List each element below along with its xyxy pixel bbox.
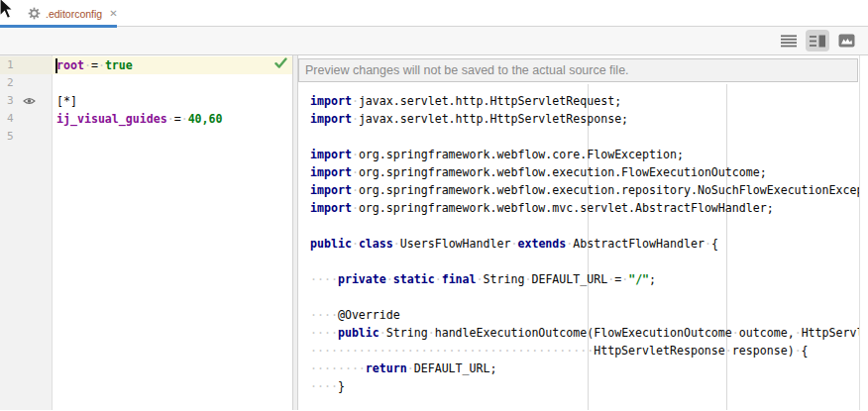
- editor-line-text[interactable]: root·=·true: [53, 56, 292, 74]
- code-segment: ·: [386, 272, 393, 286]
- editor-line-text[interactable]: [53, 74, 292, 92]
- preview-code-line: import·org.springframework.webflow.execu…: [310, 163, 859, 181]
- code-segment: class: [359, 237, 393, 251]
- preview-pane[interactable]: Preview changes will not be saved to the…: [298, 55, 859, 410]
- code-segment: "/": [628, 272, 649, 286]
- inspections-ok-icon[interactable]: [274, 57, 287, 69]
- preview-code-line: import·org.springframework.webflow.execu…: [310, 181, 859, 199]
- code-segment: public: [310, 237, 352, 251]
- ide-window: .editorconfig ✕: [0, 0, 868, 411]
- text-caret: [55, 58, 57, 73]
- list-lines-icon: [781, 35, 797, 48]
- preview-code-line: import·javax.servlet.http.HttpServletReq…: [310, 92, 859, 110]
- code-segment: }: [338, 379, 345, 393]
- code-segment: ·: [352, 183, 359, 197]
- code-segment: ····: [310, 272, 338, 286]
- code-segment: String: [386, 326, 428, 340]
- tab-close-icon[interactable]: ✕: [109, 9, 117, 19]
- preview-code-line: [310, 253, 859, 270]
- code-segment: @Override: [338, 308, 400, 322]
- code-segment: org.springframework.webflow.execution.re…: [359, 183, 859, 197]
- editor-line[interactable]: 2: [0, 74, 292, 92]
- code-segment: ·: [181, 112, 188, 126]
- code-segment: static: [393, 272, 435, 286]
- editor-line-text[interactable]: ij_visual_guides·=·40,60: [53, 110, 292, 128]
- editor-line[interactable]: 4ij_visual_guides·=·40,60: [0, 110, 292, 128]
- preview-only-button[interactable]: [834, 30, 858, 51]
- code-segment: ·: [352, 112, 359, 126]
- preview-eye-icon[interactable]: [23, 96, 36, 106]
- code-segment: org.springframework.webflow.core.FlowExc…: [359, 148, 684, 161]
- code-segment: ·: [407, 361, 414, 375]
- code-segment: true: [105, 58, 133, 72]
- settings-gear-icon: [28, 7, 41, 20]
- code-segment: =: [174, 112, 181, 126]
- left-editor-rows: 1root·=·true23[*]4ij_visual_guides·=·40,…: [0, 55, 292, 146]
- code-segment: ·: [352, 94, 359, 108]
- code-segment: ·: [84, 58, 91, 72]
- editor-line[interactable]: 1root·=·true: [0, 56, 292, 74]
- code-segment: HttpServletResponse: [594, 344, 725, 358]
- editor-split-area: 1root·=·true23[*]4ij_visual_guides·=·40,…: [0, 55, 868, 410]
- editor-and-preview-button[interactable]: [806, 30, 829, 51]
- code-segment: String: [484, 272, 525, 286]
- scrollbar-track: [859, 55, 868, 410]
- preview-code-line: ········return·DEFAULT_URL;: [310, 360, 859, 377]
- preview-code-line: [310, 217, 859, 235]
- code-segment: DEFAULT_URL;: [414, 361, 497, 375]
- line-number: 5: [0, 128, 53, 146]
- code-segment: import: [310, 201, 352, 215]
- line-number-text: 4: [7, 110, 14, 128]
- code-segment: javax.servlet.http.HttpServletResponse;: [359, 112, 628, 126]
- code-segment: ·: [98, 58, 105, 72]
- code-segment: ·: [352, 148, 359, 161]
- code-segment: import: [310, 94, 352, 108]
- preview-code-line: import·javax.servlet.http.HttpServletRes…: [310, 110, 859, 128]
- code-segment: DEFAULT_URL: [531, 272, 607, 286]
- code-segment: ij_visual_guides: [56, 112, 167, 126]
- code-segment: ·: [732, 326, 739, 340]
- editor-line[interactable]: 5: [0, 128, 292, 146]
- code-segment: {: [711, 237, 718, 251]
- editorconfig-editor[interactable]: 1root·=·true23[*]4ij_visual_guides·=·40,…: [0, 55, 292, 410]
- code-segment: return: [366, 361, 407, 375]
- code-segment: extends: [517, 237, 566, 251]
- editor-only-button[interactable]: [777, 30, 801, 51]
- code-segment: ····: [310, 379, 338, 393]
- active-tab-underline: [0, 25, 117, 28]
- code-segment: import: [310, 112, 352, 126]
- line-number-text: 2: [7, 74, 14, 92]
- code-segment: HttpServletRequest: [802, 326, 859, 340]
- image-preview-icon: [838, 34, 855, 48]
- code-segment: root: [56, 58, 84, 72]
- line-number: 3: [0, 92, 53, 110]
- preview-banner: Preview changes will not be saved to the…: [298, 58, 858, 82]
- code-segment: ·: [352, 237, 359, 251]
- code-segment: {: [802, 344, 809, 358]
- editor-line-text[interactable]: [53, 128, 292, 146]
- line-number-text: 5: [7, 128, 14, 146]
- code-segment: [*]: [56, 94, 77, 108]
- code-segment: ·: [352, 201, 359, 215]
- editor-tab-bar: .editorconfig ✕: [0, 0, 868, 27]
- editor-line-text[interactable]: [*]: [53, 92, 292, 110]
- editor-line[interactable]: 3[*]: [0, 92, 292, 110]
- code-segment: ·: [435, 272, 442, 286]
- preview-code-line: ····@Override: [310, 306, 859, 324]
- code-segment: ········: [310, 361, 366, 375]
- split-view-icon: [810, 35, 825, 48]
- code-segment: UsersFlowHandler: [400, 237, 511, 251]
- code-segment: 40,60: [188, 112, 223, 126]
- code-segment: ····: [310, 308, 338, 322]
- code-segment: ·: [352, 165, 359, 179]
- code-segment: outcome,: [739, 326, 795, 340]
- line-number: 1: [0, 56, 53, 74]
- code-segment: handleExecutionOutcome(FlowExecutionOutc…: [435, 326, 732, 340]
- code-segment: final: [442, 272, 477, 286]
- code-segment: import: [310, 183, 352, 197]
- code-segment: public: [338, 326, 380, 340]
- code-segment: import: [310, 148, 352, 161]
- tab-editorconfig[interactable]: .editorconfig ✕: [0, 0, 126, 27]
- tab-title: .editorconfig: [46, 8, 102, 20]
- code-segment: ·: [380, 326, 386, 340]
